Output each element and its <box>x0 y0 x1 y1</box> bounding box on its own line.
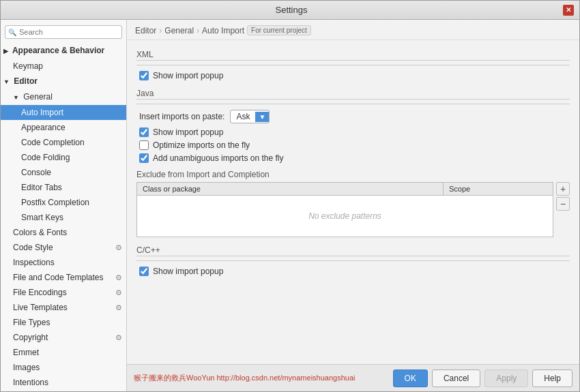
insert-imports-select[interactable]: Ask ▼ <box>230 110 270 123</box>
bottom-buttons: OK Cancel Apply Help <box>393 370 572 387</box>
dropdown-button[interactable]: ▼ <box>255 112 269 122</box>
exclude-section: Exclude from Import and Completion Class… <box>136 170 570 237</box>
sidebar-item-keymap[interactable]: Keymap <box>1 59 126 74</box>
breadcrumb-sep1: › <box>159 26 162 35</box>
watermark-text: 猴子搬来的救兵WooYun http://blog.csdn.net/mynam… <box>134 373 355 383</box>
settings-content: XML Show import popup Java Insert <box>127 40 579 364</box>
gear-icon: ⚙ <box>115 241 122 254</box>
remove-pattern-button[interactable]: − <box>556 197 570 211</box>
exclude-section-label: Exclude from Import and Completion <box>136 170 570 179</box>
add-unambiguous-row: Add unambiguous imports on the fly <box>136 153 570 163</box>
breadcrumb-general: General <box>164 26 194 35</box>
insert-imports-row: Insert imports on paste: Ask ▼ <box>136 110 570 123</box>
exclude-table-container: Class or package Scope No exclude patter… <box>136 182 570 237</box>
breadcrumb: Editor › General › Auto Import For curre… <box>127 20 579 40</box>
window-title: Settings <box>20 5 563 15</box>
insert-imports-label: Insert imports on paste: <box>139 112 224 121</box>
search-icon: 🔍 <box>8 29 16 36</box>
main-content: 🔍 ▶ Appearance & Behavior Keymap ▼ Edito… <box>1 20 579 391</box>
optimize-imports-row: Optimize imports on the fly <box>136 140 570 150</box>
xml-section-label: XML <box>136 50 158 59</box>
sidebar-item-file-encodings[interactable]: File Encodings ⚙ <box>1 285 126 300</box>
sidebar-item-intentions[interactable]: Intentions <box>1 375 126 390</box>
bottom-bar: 猴子搬来的救兵WooYun http://blog.csdn.net/mynam… <box>127 364 579 391</box>
arrow-icon: ▼ <box>3 78 10 85</box>
cpp-section: C/C++ Show import popup <box>136 245 570 276</box>
cpp-show-popup-checkbox[interactable] <box>139 267 149 276</box>
sidebar-item-general[interactable]: ▼ General <box>1 89 126 105</box>
close-button[interactable]: ✕ <box>563 5 574 16</box>
search-box: 🔍 <box>5 25 122 39</box>
java-section: Java Insert imports on paste: Ask ▼ Show… <box>136 89 570 237</box>
breadcrumb-editor: Editor <box>135 26 156 35</box>
sidebar-item-code-completion[interactable]: Code Completion <box>1 135 126 150</box>
table-empty-message: No exclude patterns <box>308 211 381 221</box>
breadcrumb-auto-import: Auto Import <box>202 26 244 35</box>
gear-icon: ⚙ <box>115 271 122 284</box>
breadcrumb-sep2: › <box>197 26 199 35</box>
sidebar-item-smart-keys[interactable]: Smart Keys <box>1 210 126 225</box>
settings-window: Settings ✕ 🔍 ▶ Appearance & Behavior Key… <box>0 0 580 392</box>
arrow-icon: ▼ <box>13 94 19 101</box>
java-show-popup-checkbox[interactable] <box>139 127 149 137</box>
title-bar: Settings ✕ <box>1 1 579 20</box>
sidebar-item-colors-fonts[interactable]: Colors & Fonts <box>1 225 126 240</box>
java-section-header: Java <box>136 89 570 98</box>
cpp-section-label: C/C++ <box>136 245 164 255</box>
java-section-label: Java <box>136 89 158 98</box>
sidebar-item-auto-import[interactable]: Auto Import <box>1 105 126 120</box>
sidebar-item-editor[interactable]: ▼ Editor <box>1 74 126 89</box>
add-unambiguous-label: Add unambiguous imports on the fly <box>153 153 283 163</box>
ok-button[interactable]: OK <box>393 370 428 387</box>
sidebar-item-editor-tabs[interactable]: Editor Tabs <box>1 180 126 195</box>
sidebar-item-code-style[interactable]: Code Style ⚙ <box>1 240 126 255</box>
table-col-class: Class or package <box>137 183 444 195</box>
table-col-scope: Scope <box>444 183 553 195</box>
add-unambiguous-checkbox[interactable] <box>139 153 149 163</box>
sidebar-item-images[interactable]: Images <box>1 360 126 375</box>
sidebar-item-inspections[interactable]: Inspections <box>1 255 126 270</box>
xml-section: XML Show import popup <box>136 50 570 80</box>
java-show-popup-row: Show import popup <box>136 127 570 137</box>
optimize-imports-checkbox[interactable] <box>139 140 149 150</box>
cpp-section-header: C/C++ <box>136 245 570 255</box>
table-header: Class or package Scope <box>137 183 553 196</box>
sidebar-item-appearance[interactable]: Appearance <box>1 120 126 135</box>
table-body: No exclude patterns <box>137 196 553 237</box>
add-pattern-button[interactable]: + <box>556 182 570 196</box>
sidebar-item-file-code-templates[interactable]: File and Code Templates ⚙ <box>1 270 126 285</box>
arrow-icon: ▶ <box>3 48 8 55</box>
cpp-show-popup-label: Show import popup <box>153 267 223 276</box>
exclude-table: Class or package Scope No exclude patter… <box>136 182 553 237</box>
apply-button[interactable]: Apply <box>484 370 528 387</box>
xml-show-popup-row: Show import popup <box>136 71 570 80</box>
insert-imports-value: Ask <box>231 110 255 123</box>
sidebar-item-live-templates[interactable]: Live Templates ⚙ <box>1 300 126 315</box>
sidebar-item-language-injections[interactable]: Language Injections ⚙ <box>1 390 126 391</box>
optimize-imports-label: Optimize imports on the fly <box>153 140 250 150</box>
xml-show-popup-checkbox[interactable] <box>139 71 149 80</box>
sidebar-item-copyright[interactable]: Copyright ⚙ <box>1 330 126 345</box>
gear-icon: ⚙ <box>115 331 122 344</box>
cpp-show-popup-row: Show import popup <box>136 267 570 276</box>
xml-section-header: XML <box>136 50 570 59</box>
sidebar-item-appearance-behavior[interactable]: ▶ Appearance & Behavior <box>1 43 126 59</box>
gear-icon: ⚙ <box>115 286 122 299</box>
sidebar-item-code-folding[interactable]: Code Folding <box>1 150 126 165</box>
xml-show-popup-label: Show import popup <box>153 71 223 80</box>
table-buttons: + − <box>556 182 570 237</box>
search-input[interactable] <box>5 25 122 39</box>
sidebar-item-file-types[interactable]: File Types <box>1 315 126 330</box>
sidebar-item-console[interactable]: Console <box>1 165 126 180</box>
sidebar-item-emmet[interactable]: Emmet <box>1 345 126 360</box>
sidebar: 🔍 ▶ Appearance & Behavior Keymap ▼ Edito… <box>1 20 127 391</box>
cancel-button[interactable]: Cancel <box>432 370 480 387</box>
gear-icon: ⚙ <box>115 301 122 314</box>
help-button[interactable]: Help <box>532 370 572 387</box>
right-panel: Editor › General › Auto Import For curre… <box>127 20 579 391</box>
project-badge: For current project <box>247 25 311 35</box>
java-show-popup-label: Show import popup <box>153 127 223 137</box>
sidebar-item-postfix-completion[interactable]: Postfix Completion <box>1 195 126 210</box>
